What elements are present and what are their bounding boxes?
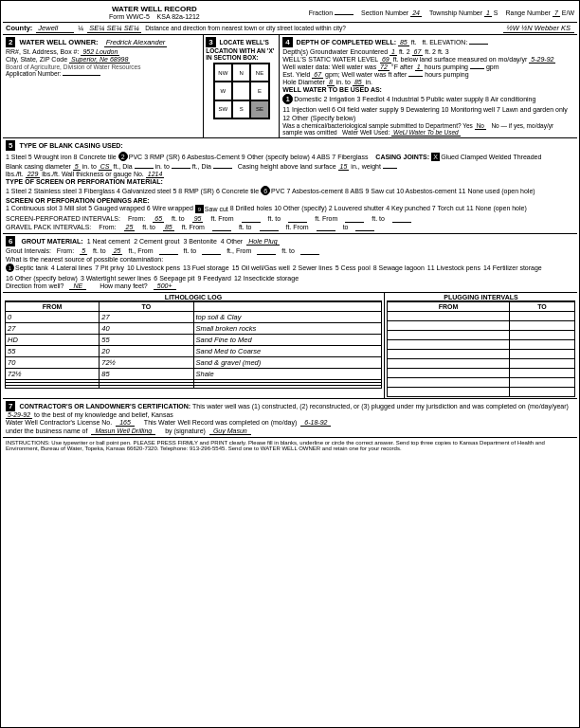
casing-height: 15 <box>338 163 350 171</box>
bore-value: 8 <box>327 79 335 86</box>
plug-row <box>388 331 575 340</box>
map-se: SE <box>250 100 268 118</box>
depth-value: 85 <box>398 39 409 46</box>
gw-enc-value: 1 <box>390 48 397 56</box>
plug-row <box>388 350 575 359</box>
use-domestic-circle: 1 Domestic <box>282 94 321 104</box>
blank-dia-cs: CS <box>99 163 112 171</box>
fraction-field: Fraction <box>309 9 353 16</box>
range-field: Range Number 7 E/W <box>505 9 574 16</box>
section-field: Section Number 24 <box>361 9 422 16</box>
yield-value: 67 <box>312 71 323 79</box>
instructions-text: INSTRUCTIONS: Use typewriter or ball poi… <box>3 438 577 453</box>
rr-value: 952 Loudon <box>81 48 119 56</box>
section-2-owner: 2 WATER WELL OWNER: Fredrick Alexander R… <box>3 35 204 137</box>
map-e: E <box>250 82 268 100</box>
app-number <box>63 75 100 76</box>
grout-from: 5 <box>80 247 87 255</box>
section-7-certification: 7 CONTRACTOR'S OR LANDOWNER'S CERTIFICAT… <box>3 399 577 438</box>
elevation-value <box>469 44 488 45</box>
ksa-number: KSA 82a-1212 <box>157 13 200 20</box>
license-value: 165 <box>116 419 135 427</box>
water-well-record-form: WATER WELL RECORD Form WWC-5 KSA 82a-121… <box>0 0 580 728</box>
well-after: 1 <box>415 64 423 71</box>
litho-row: 72½ 85 Shale <box>6 369 382 380</box>
casing-wall-val: 1214 <box>146 171 165 178</box>
plug-row <box>388 312 575 321</box>
plug-row <box>388 369 575 378</box>
screen-to1: 95 <box>192 215 204 223</box>
plug-row <box>388 378 575 388</box>
county-value: Jewell <box>36 24 74 33</box>
litho-row: 0 27 top soil & Clay <box>6 312 382 323</box>
map-nw: NW <box>214 64 232 82</box>
static-value: 69 <box>380 56 391 64</box>
grout-to: 25 <box>112 247 123 255</box>
plug-row <box>388 340 575 350</box>
direction-value: NE <box>69 282 86 290</box>
county-label: County: <box>6 24 32 32</box>
gravel-to1: 85 <box>163 224 174 231</box>
static-date: 5-29-92 <box>529 56 555 64</box>
gravel-from1: 25 <box>124 224 136 231</box>
plug-row <box>388 321 575 331</box>
casing-cft: 229 <box>26 171 41 178</box>
plug-row <box>388 388 575 397</box>
blank-dia-value: 5 <box>73 163 81 171</box>
section-5-casing: 5 TYPE OF BLANK CASING USED: 1 Steel 5 W… <box>3 138 577 234</box>
well-water-used-value: WeLl Water To be Used <box>391 129 461 136</box>
screen-intervals-label: SCREEN-PERFORATED INTERVALS: <box>6 215 120 223</box>
city-state-zip: Superior, Ne 68998 <box>69 56 130 64</box>
record-date: 6-18-92 <box>300 419 331 427</box>
signature-value: Guy Masun <box>209 428 251 435</box>
litho-row: HD 55 Sand Fine to Med <box>6 335 382 346</box>
grout-other-value: Hole Plug <box>246 238 279 246</box>
map-ne: NE <box>250 64 268 82</box>
form-title: WATER WELL RECORD <box>6 5 303 13</box>
map-sw: SW <box>214 100 232 118</box>
map-w: W <box>214 82 232 100</box>
form-number: Form WWC-5 <box>109 13 150 20</box>
litho-row: 70 72½ Sand & gravel (med) <box>6 357 382 369</box>
section-2-num: 2 <box>6 37 15 47</box>
how-many-value: 500+ <box>154 282 176 290</box>
completed-date: 5-29-92 <box>6 411 32 419</box>
section-4-depth: 4 DEPTH OF COMPLETED WELL: 85 ft. ft. EL… <box>280 35 577 137</box>
city-answer: ½W ½N Webber KS <box>503 24 574 33</box>
section-6-grout: 6 GROUT MATERIAL: 1 Neat cement 2 Cement… <box>3 234 577 293</box>
map-center <box>232 82 250 100</box>
gravel-pack-label: GRAVEL PACK INTERVALS: <box>6 224 91 231</box>
screen-from1: 65 <box>153 215 164 223</box>
litho-row: 27 40 Small broken rocks <box>6 323 382 335</box>
business-value: Masun Well Drilling <box>91 428 155 435</box>
map-s: S <box>232 100 250 118</box>
well-temp: 72 <box>378 64 390 71</box>
gw-ft1: 67 <box>412 48 424 56</box>
legal-desc: SE¼ SE¼ SE¼ <box>87 24 141 33</box>
map-n: N <box>232 64 250 82</box>
township-field: Township Number 1 S <box>429 9 498 16</box>
litho-row <box>6 386 382 389</box>
section-3-location: 3 LOCATE WELL'S LOCATION WITH AN 'X' IN … <box>204 35 280 137</box>
plug-row <box>388 359 575 369</box>
bore-to-val: 85 <box>353 79 364 86</box>
owner-name: Fredrick Alexander <box>104 38 168 47</box>
litho-row: 55 20 Sand Med to Coarse <box>6 346 382 357</box>
